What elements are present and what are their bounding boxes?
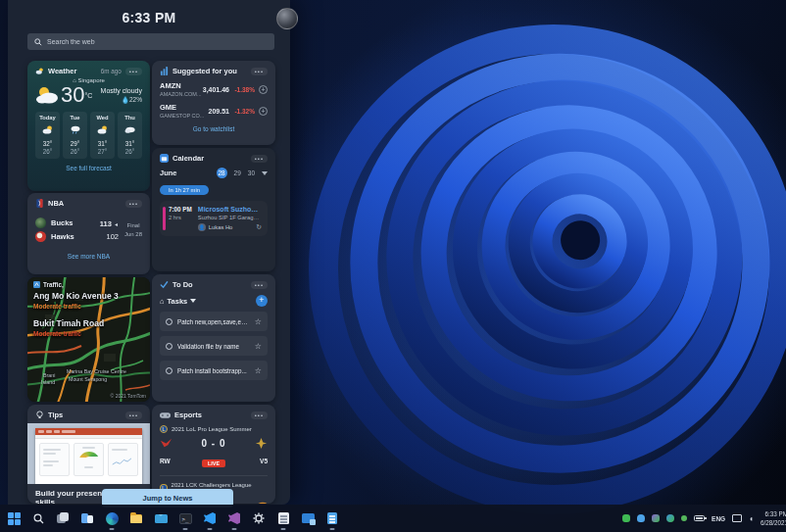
- team-rw-logo-icon: [160, 437, 172, 450]
- todo-widget[interactable]: To Do ••• ⌂ Tasks + Patch new,open,save,…: [152, 274, 275, 402]
- task-checkbox[interactable]: [166, 343, 172, 350]
- tray-globe-icon[interactable]: [666, 514, 674, 522]
- volume-icon[interactable]: ◖: [749, 514, 754, 523]
- onedrive-cloud-icon[interactable]: [637, 514, 645, 522]
- weather-menu-button[interactable]: •••: [125, 68, 142, 75]
- taskbar-clock[interactable]: 6:33 PM 6/28/2021: [761, 509, 786, 528]
- partly-sunny-icon: [42, 125, 54, 134]
- chevron-down-icon[interactable]: [262, 171, 268, 175]
- stocks-menu-button[interactable]: •••: [251, 68, 268, 75]
- stocks-widget[interactable]: Suggested for you ••• AMZN AMAZON.COM...…: [152, 61, 275, 145]
- stock-row[interactable]: GME GAMESTOP CO... 209.51 -1.32% +: [160, 103, 268, 119]
- weather-location-row: ⌂ Singapore: [35, 77, 142, 83]
- game-controller-icon: [160, 411, 171, 419]
- team-name-left: RW: [160, 458, 183, 464]
- battery-icon[interactable]: [694, 515, 705, 521]
- stock-row[interactable]: AMZN AMAZON.COM... 3,401.46 -1.38% +: [160, 81, 268, 97]
- todo-menu-button[interactable]: •••: [251, 281, 268, 289]
- tips-menu-button[interactable]: •••: [125, 411, 142, 419]
- calendar-event[interactable]: 7:00 PM 2 hrs Microsoft Suzhou Toa... Su…: [160, 201, 268, 236]
- widgets-panel: 6:33 PM Weather 6m ago ••• ⌂ Singapore: [8, 0, 290, 505]
- bar-chart-icon: [160, 67, 169, 75]
- todo-title: To Do: [172, 280, 193, 289]
- panel-clock: 6:33 PM: [8, 10, 290, 25]
- nba-menu-button[interactable]: •••: [125, 200, 142, 208]
- esports-menu-button[interactable]: •••: [251, 411, 268, 419]
- settings-gear-icon[interactable]: [251, 510, 267, 526]
- traffic-status-2: Moderate traffic: [33, 330, 119, 337]
- calendar-menu-button[interactable]: •••: [251, 155, 268, 163]
- game-date: Jun 28: [124, 230, 142, 239]
- sync-icon[interactable]: ↻: [256, 223, 262, 231]
- forecast-day[interactable]: Today 32° 26°: [35, 112, 60, 159]
- taskbar: >_ ENG ◖ 6:33 PM 6/28/2021: [0, 505, 786, 532]
- add-to-watchlist-icon[interactable]: +: [259, 107, 268, 116]
- star-icon[interactable]: ☆: [255, 366, 262, 375]
- nba-widget[interactable]: NBA ••• Bucks Hawks 113 ◄ 102 Final: [27, 193, 150, 274]
- tray-app-icon[interactable]: [681, 515, 687, 521]
- calendar-month[interactable]: June: [160, 169, 177, 177]
- task-item[interactable]: Patch new,open,save,edi... ☆: [160, 312, 268, 331]
- watchlist-link[interactable]: Go to watchlist: [160, 125, 268, 132]
- attendee-avatar: 👤: [198, 223, 206, 231]
- calendar-day[interactable]: 30: [248, 169, 255, 176]
- visual-studio-icon[interactable]: [226, 510, 242, 526]
- start-button[interactable]: [6, 510, 22, 526]
- star-icon[interactable]: ☆: [255, 317, 262, 326]
- language-indicator[interactable]: ENG: [712, 515, 725, 522]
- tray-app-icon[interactable]: [622, 514, 630, 522]
- forecast-day[interactable]: Tue 29° 26°: [63, 112, 87, 159]
- nba-more-link[interactable]: See more NBA: [35, 253, 142, 260]
- task-checkbox[interactable]: [166, 318, 172, 325]
- search-bar[interactable]: [27, 33, 274, 50]
- traffic-widget[interactable]: Traffic, Ang Mo Kio Avenue 3 Moderate tr…: [27, 277, 150, 402]
- match-row[interactable]: 0 - 0: [160, 437, 268, 450]
- weather-forecast: Today 32° 26° Tue 29° 26° Wed 31° 27° Th…: [35, 112, 142, 159]
- star-icon[interactable]: ☆: [255, 342, 262, 351]
- task-view-icon[interactable]: [55, 510, 71, 526]
- chevron-down-icon[interactable]: [190, 299, 196, 303]
- vscode-icon[interactable]: [202, 510, 218, 526]
- tray-app-icon[interactable]: [652, 514, 660, 522]
- display-cast-icon[interactable]: [732, 514, 742, 522]
- user-avatar[interactable]: [276, 8, 298, 29]
- taskbar-search-icon[interactable]: [30, 510, 46, 526]
- weather-forecast-link[interactable]: See full forecast: [35, 165, 142, 171]
- add-to-watchlist-icon[interactable]: +: [259, 85, 268, 94]
- hawks-score: 102: [106, 232, 119, 241]
- forecast-day[interactable]: Wed 31° 27°: [90, 112, 115, 159]
- calendar-title: Calendar: [172, 154, 204, 163]
- weather-icon: [35, 67, 44, 75]
- calendar-day[interactable]: 29: [234, 169, 241, 176]
- stocks-title: Suggested for you: [172, 67, 237, 75]
- task-checkbox[interactable]: [166, 367, 172, 374]
- terminal-icon[interactable]: >_: [177, 510, 193, 526]
- widgets-icon[interactable]: [79, 510, 95, 526]
- match-score: 0 - 0: [172, 438, 255, 449]
- wallpaper-bloom: [289, 0, 786, 532]
- hawks-logo-icon: [35, 231, 46, 242]
- winner-indicator: ◄: [114, 221, 119, 227]
- mail-icon[interactable]: [153, 510, 169, 526]
- task-item[interactable]: Patch install bootstrapp... ☆: [160, 361, 268, 380]
- task-list-label[interactable]: Tasks: [168, 297, 188, 306]
- event-title: Microsoft Suzhou Toa...: [198, 206, 262, 213]
- remote-desktop-icon[interactable]: [300, 510, 316, 526]
- calendar-widget[interactable]: Calendar ••• June 28 29 30 In 1h 27 min …: [152, 148, 275, 271]
- map-attribution: © 2021 TomTom: [111, 393, 146, 399]
- weather-widget[interactable]: Weather 6m ago ••• ⌂ Singapore 30 °C Mos…: [27, 61, 150, 191]
- calendar-icon: [160, 154, 169, 163]
- document-app-icon[interactable]: [324, 510, 340, 526]
- calendar-day-selected[interactable]: 28: [217, 168, 227, 178]
- notes-app-icon[interactable]: [275, 510, 291, 526]
- search-input[interactable]: [47, 38, 268, 45]
- edge-icon[interactable]: [104, 510, 120, 526]
- search-icon: [34, 38, 42, 46]
- file-explorer-icon[interactable]: [128, 510, 144, 526]
- bucks-logo-icon: [35, 218, 46, 228]
- map-label: Brani: [43, 372, 55, 378]
- home-icon: ⌂: [160, 297, 165, 306]
- forecast-day[interactable]: Thu 31° 26°: [118, 112, 142, 159]
- task-item[interactable]: Validation file by name ☆: [160, 336, 268, 356]
- add-task-button[interactable]: +: [256, 295, 268, 307]
